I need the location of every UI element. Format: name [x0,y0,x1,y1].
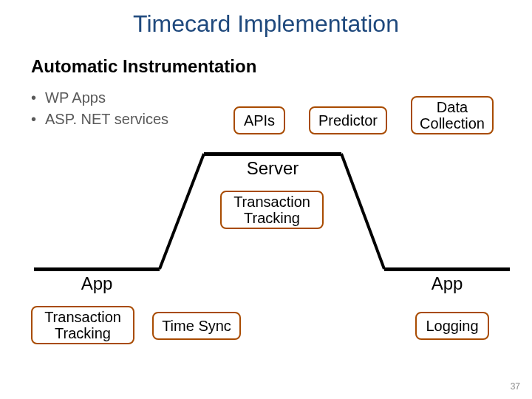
svg-line-0 [160,154,204,269]
page-number: 37 [511,381,520,392]
box-transaction-tracking-server: Transaction Tracking [220,191,324,229]
app-left-bar [34,267,160,271]
box-time-sync: Time Sync [152,312,241,340]
app-left-label: App [34,273,160,294]
box-apis: APIs [233,106,285,134]
app-right-label: App [384,273,510,294]
app-right-bar [384,267,510,271]
bullet-item: WP Apps [31,87,168,109]
bullet-list: WP Apps ASP. NET services [31,87,168,130]
slide-title: Timecard Implementation [0,10,532,38]
section-heading: Automatic Instrumentation [31,56,256,77]
server-bar [204,152,341,156]
box-data-collection: Data Collection [411,96,494,134]
server-label: Server [204,158,341,179]
box-predictor: Predictor [309,106,387,134]
box-logging: Logging [415,312,489,340]
bullet-item: ASP. NET services [31,109,168,130]
slide: Timecard Implementation Automatic Instru… [0,0,532,399]
svg-line-1 [341,154,384,269]
box-transaction-tracking-app: Transaction Tracking [31,306,134,344]
